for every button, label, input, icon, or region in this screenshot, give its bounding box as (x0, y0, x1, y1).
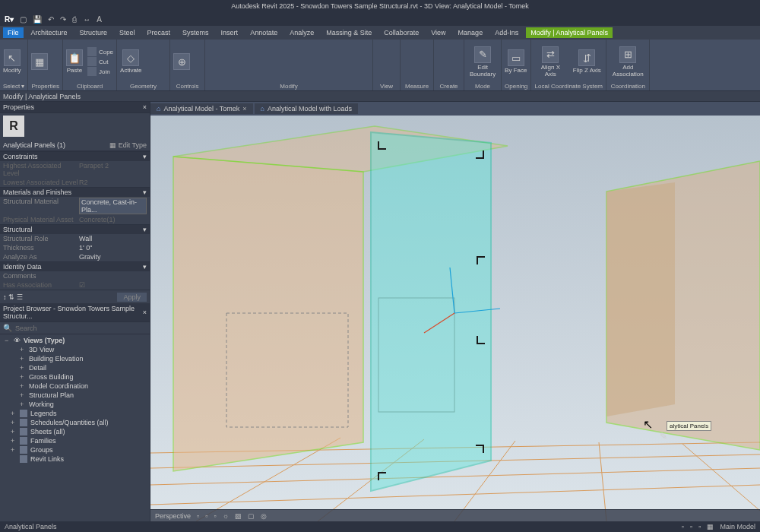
detail-icon[interactable]: ▫ (205, 512, 207, 520)
trim-icon[interactable] (290, 56, 301, 67)
close-icon[interactable]: × (143, 309, 147, 316)
expand-icon[interactable]: ☰ (17, 293, 23, 301)
offset-icon[interactable] (222, 56, 233, 67)
prop-row[interactable]: Lowest Associated LevelR2 (0, 178, 150, 187)
move-icon[interactable] (249, 56, 260, 67)
close-icon[interactable]: × (143, 103, 147, 111)
flip-z-button[interactable]: ⇵Flip Z Axis (571, 49, 603, 74)
modify-button[interactable]: ↖ Modify (3, 49, 21, 74)
tab-systems[interactable]: Systems (178, 27, 214, 38)
tree-item[interactable]: +3D View (0, 345, 150, 354)
delete-icon[interactable] (359, 56, 369, 67)
tab-precast[interactable]: Precast (143, 27, 176, 38)
tab-manage[interactable]: Manage (454, 27, 488, 38)
array-icon[interactable] (318, 56, 328, 67)
hide-icon[interactable]: ◎ (261, 512, 267, 520)
qat-measure-icon[interactable]: ↔ (83, 15, 90, 24)
close-icon[interactable]: × (242, 105, 246, 112)
tab-structure[interactable]: Structure (75, 27, 112, 38)
tab-addins[interactable]: Add-Ins (490, 27, 523, 38)
crop-icon[interactable]: ▢ (248, 512, 255, 520)
tab-file[interactable]: File (3, 27, 24, 38)
visual-style-icon[interactable]: ▫ (214, 512, 216, 520)
tab-insert[interactable]: Insert (217, 27, 243, 38)
tree-item[interactable]: +Building Elevation (0, 354, 150, 363)
properties-button[interactable]: ▦ (31, 53, 48, 70)
type-selector[interactable]: Analytical Panels (1) (3, 141, 65, 149)
tree-item[interactable]: +Detail (0, 363, 150, 372)
prop-row[interactable]: Structural MaterialConcrete, Cast-in-Pla… (0, 197, 150, 215)
prop-row[interactable]: Physical Material AssetConcrete(1) (0, 215, 150, 224)
tree-item[interactable]: +Legends (0, 409, 150, 418)
copy-button[interactable]: Cut (87, 57, 113, 66)
tab-steel[interactable]: Steel (115, 27, 140, 38)
tree-item[interactable]: +Families (0, 436, 150, 445)
qat-print-icon[interactable]: ⎙ (72, 15, 77, 24)
sun-icon[interactable]: ☼ (223, 512, 229, 520)
qat-redo-icon[interactable]: ↷ (60, 15, 66, 24)
prop-section-header[interactable]: Materials and Finishes▾ (0, 187, 150, 197)
activate-button[interactable]: ◇Activate (120, 49, 141, 74)
select-links-icon[interactable]: ▫ (682, 523, 684, 530)
qat-save-icon[interactable]: 💾 (33, 15, 42, 24)
select-underlay-icon[interactable]: ▫ (690, 523, 692, 530)
edit-type-button[interactable]: ▦ Edit Type (109, 141, 147, 149)
prop-section-header[interactable]: Constraints▾ (0, 151, 150, 161)
prop-row[interactable]: Comments (0, 271, 150, 280)
paste-button[interactable]: 📋Paste (66, 49, 83, 74)
tree-item[interactable]: +Working (0, 400, 150, 409)
tab-view[interactable]: View (426, 27, 450, 38)
copy-icon[interactable] (263, 56, 274, 67)
edit-boundary-button[interactable]: ✎Edit Boundary (467, 46, 498, 78)
prop-row[interactable]: Analyze AsGravity (0, 252, 150, 261)
tree-item[interactable]: +Gross Building (0, 372, 150, 382)
view-tab[interactable]: ⌂ Analytical Model - Tomek × (150, 103, 253, 114)
align-x-button[interactable]: ⇄Align X Axis (534, 46, 566, 78)
mirror-icon[interactable] (236, 56, 246, 67)
tree-item[interactable]: +Structural Plan (0, 391, 150, 400)
shadow-icon[interactable]: ▨ (235, 512, 242, 520)
qat-undo-icon[interactable]: ↶ (48, 15, 54, 24)
split-icon[interactable] (304, 56, 315, 67)
rotate-icon[interactable] (277, 56, 287, 67)
scale-icon[interactable]: ▫ (197, 512, 199, 520)
pin-icon[interactable] (345, 56, 356, 67)
prop-section-header[interactable]: Identity Data▾ (0, 261, 150, 271)
tab-architecture[interactable]: Architecture (27, 27, 72, 38)
tab-massing[interactable]: Massing & Site (321, 27, 376, 38)
by-face-button[interactable]: ▭By Face (505, 49, 527, 74)
create-icon[interactable] (437, 55, 449, 68)
prop-section-header[interactable]: Structural▾ (0, 224, 150, 234)
view-icon[interactable] (376, 55, 388, 68)
join-button[interactable]: Join (87, 67, 113, 76)
scale-icon[interactable] (331, 56, 342, 67)
status-workset[interactable]: Main Model (720, 523, 755, 530)
align-icon[interactable] (208, 56, 219, 67)
tree-item[interactable]: +Groups (0, 445, 150, 454)
select-pinned-icon[interactable]: ▫ (698, 523, 701, 530)
viewport[interactable]: ⌂ Analytical Model - Tomek × ⌂ Analytica… (150, 102, 760, 521)
add-association-button[interactable]: ⊞Add Association (610, 46, 646, 78)
tab-annotate[interactable]: Annotate (245, 27, 282, 38)
sort-icon[interactable]: ↕ (3, 293, 7, 301)
apply-button[interactable]: Apply (117, 293, 147, 302)
tab-collaborate[interactable]: Collaborate (379, 27, 423, 38)
qat-open-icon[interactable]: ▢ (20, 15, 27, 24)
controls-button[interactable]: ⊕ (173, 53, 190, 70)
prop-row[interactable]: Highest Associated LevelParapet 2 (0, 161, 150, 178)
tree-item[interactable]: +Model Coordination (0, 382, 150, 391)
search-input[interactable] (15, 325, 147, 332)
tree-item[interactable]: +Sheets (all) (0, 427, 150, 436)
tab-analyze[interactable]: Analyze (285, 27, 318, 38)
tree-item[interactable]: +Schedules/Quantities (all) (0, 418, 150, 427)
view-tab[interactable]: ⌂ Analytical Model with Loads (255, 103, 359, 114)
prop-row[interactable]: Thickness1' 0" (0, 243, 150, 252)
workset-icon[interactable]: ▦ (707, 523, 714, 530)
prop-row[interactable]: Structural RoleWall (0, 234, 150, 243)
filter-icon[interactable]: ⇅ (8, 293, 14, 301)
scene-3d[interactable] (150, 116, 760, 521)
view-mode-label[interactable]: Perspective (155, 512, 191, 520)
tab-context-modify[interactable]: Modify | Analytical Panels (526, 27, 613, 38)
measure-icon[interactable] (404, 55, 416, 68)
tree-item[interactable]: Revit Links (0, 454, 150, 464)
